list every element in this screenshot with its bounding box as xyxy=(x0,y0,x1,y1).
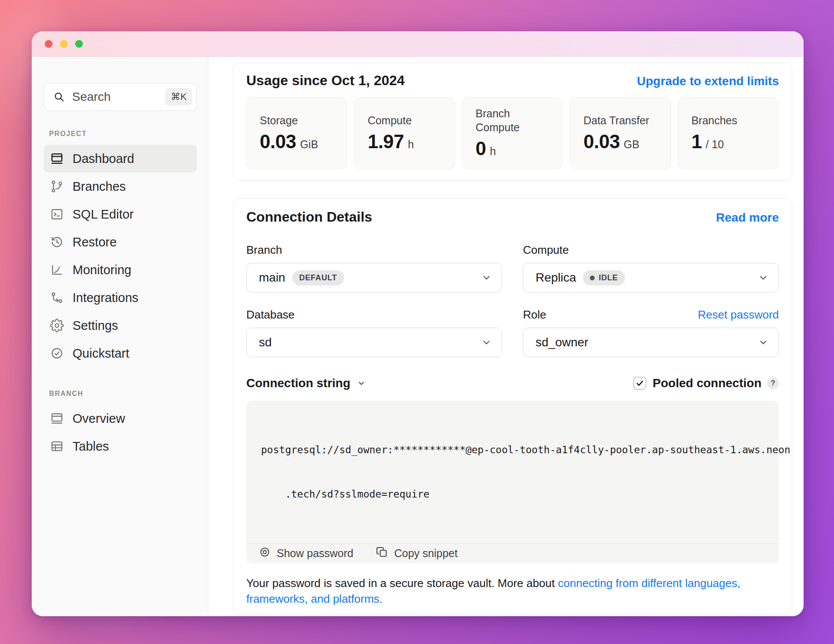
sidebar-item-label: Restore xyxy=(73,235,117,249)
stat-value: 0 xyxy=(476,138,486,159)
connection-details-title: Connection Details xyxy=(246,209,372,225)
eye-icon xyxy=(258,546,271,561)
tables-icon xyxy=(50,439,64,453)
stat-label: Branch Compute xyxy=(476,107,541,134)
app-window: Search ⌘K PROJECT Dashboard xyxy=(32,31,804,616)
role-field: Role Reset password sd_owner xyxy=(523,308,779,357)
stat-label: Branches xyxy=(692,114,774,127)
sidebar-item-restore[interactable]: Restore xyxy=(44,228,197,256)
copy-icon xyxy=(376,546,388,561)
search-icon xyxy=(53,91,65,103)
sidebar-item-label: SQL Editor xyxy=(73,207,134,222)
sidebar-item-monitoring[interactable]: Monitoring xyxy=(44,256,197,284)
close-window-button[interactable] xyxy=(45,40,53,48)
pooled-connection-checkbox[interactable] xyxy=(633,377,646,390)
sql-editor-icon xyxy=(50,207,64,221)
role-label: Role xyxy=(523,308,546,322)
code-line-1: postgresql://sd_owner:************@ep-co… xyxy=(261,442,764,457)
stat-unit: h xyxy=(490,145,496,158)
stat-card-data-transfer: Data Transfer 0.03 GB xyxy=(570,97,671,169)
stat-unit: h xyxy=(408,138,414,151)
sidebar-item-label: Monitoring xyxy=(73,263,131,277)
copy-snippet-button[interactable]: Copy snippet xyxy=(376,546,457,561)
connection-string-toggle[interactable]: Connection string xyxy=(246,376,366,390)
stat-value: 0.03 xyxy=(260,131,296,153)
chevron-down-icon xyxy=(758,337,769,348)
database-select[interactable]: sd xyxy=(246,328,502,357)
dashboard-icon xyxy=(50,152,64,166)
connection-details-card: Connection Details Read more Branch main… xyxy=(233,198,792,615)
stat-value: 1 xyxy=(692,131,702,153)
sidebar-section-project: PROJECT xyxy=(49,130,197,138)
sidebar-item-settings[interactable]: Settings xyxy=(44,312,197,339)
search-input[interactable]: Search ⌘K xyxy=(44,83,197,111)
help-icon[interactable]: ? xyxy=(767,378,779,389)
note-text: Your password is saved in a secure stora… xyxy=(246,577,555,590)
read-more-link[interactable]: Read more xyxy=(716,211,779,225)
stat-unit: GiB xyxy=(300,138,318,151)
restore-icon xyxy=(50,235,64,249)
branch-field: Branch main DEFAULT xyxy=(246,243,502,292)
reset-password-link[interactable]: Reset password xyxy=(698,308,779,322)
idle-status-badge: IDLE xyxy=(583,270,625,285)
branch-value: main xyxy=(259,271,285,285)
usage-card: Usage since Oct 1, 2024 Upgrade to exten… xyxy=(233,63,792,181)
sidebar-item-dashboard[interactable]: Dashboard xyxy=(44,145,197,173)
database-field: Database sd xyxy=(246,308,502,357)
stat-label: Storage xyxy=(260,114,342,127)
chevron-down-icon xyxy=(357,378,366,388)
overview-icon xyxy=(50,412,64,425)
compute-select[interactable]: Replica IDLE xyxy=(523,263,779,292)
code-line-2: .tech/sd?sslmode=require xyxy=(261,487,764,501)
upgrade-limits-link[interactable]: Upgrade to extend limits xyxy=(637,74,779,88)
chevron-down-icon xyxy=(481,337,492,348)
sidebar-section-branch: BRANCH xyxy=(49,390,197,398)
sidebar-item-sql-editor[interactable]: SQL Editor xyxy=(44,200,197,228)
keyboard-shortcut-badge: ⌘K xyxy=(165,88,192,106)
branch-select[interactable]: main DEFAULT xyxy=(246,263,502,292)
database-label: Database xyxy=(246,308,295,322)
stat-unit: / 10 xyxy=(706,138,724,151)
role-select[interactable]: sd_owner xyxy=(523,328,779,357)
sidebar-item-overview[interactable]: Overview xyxy=(44,405,197,432)
usage-title: Usage since Oct 1, 2024 xyxy=(246,73,405,89)
pooled-connection-label: Pooled connection xyxy=(653,376,761,390)
minimize-window-button[interactable] xyxy=(60,40,68,48)
default-badge: DEFAULT xyxy=(292,270,344,285)
maximize-window-button[interactable] xyxy=(75,40,83,48)
integrations-icon xyxy=(50,291,64,305)
stat-card-branch-compute: Branch Compute 0 h xyxy=(462,97,563,169)
sidebar-item-label: Tables xyxy=(73,439,109,454)
branch-label: Branch xyxy=(246,243,282,257)
password-vault-note: Your password is saved in a secure stora… xyxy=(246,575,779,607)
sidebar-item-branches[interactable]: Branches xyxy=(44,173,197,200)
window-titlebar xyxy=(32,31,804,57)
check-circle-icon xyxy=(50,346,64,360)
sidebar-item-label: Overview xyxy=(73,412,125,426)
stat-value: 1.97 xyxy=(367,131,404,153)
monitoring-icon xyxy=(50,263,64,277)
role-value: sd_owner xyxy=(536,335,588,349)
stat-label: Data Transfer xyxy=(583,114,666,127)
main-content: Usage since Oct 1, 2024 Upgrade to exten… xyxy=(208,57,804,616)
sidebar-item-label: Integrations xyxy=(73,291,139,305)
chevron-down-icon xyxy=(481,272,492,283)
sidebar-item-tables[interactable]: Tables xyxy=(44,432,197,460)
database-value: sd xyxy=(259,335,272,349)
pooled-connection-control: Pooled connection ? xyxy=(633,376,779,390)
show-password-button[interactable]: Show password xyxy=(258,546,353,561)
compute-field: Compute Replica IDLE xyxy=(523,243,779,292)
sidebar-item-label: Quickstart xyxy=(73,346,129,361)
search-placeholder: Search xyxy=(72,90,159,104)
sidebar: Search ⌘K PROJECT Dashboard xyxy=(32,57,208,616)
stat-unit: GB xyxy=(624,138,639,151)
compute-value: Replica xyxy=(536,271,576,285)
stat-card-compute: Compute 1.97 h xyxy=(354,97,455,169)
sidebar-item-label: Settings xyxy=(73,319,118,333)
connection-string-box: postgresql://sd_owner:************@ep-co… xyxy=(246,401,779,563)
sidebar-item-quickstart[interactable]: Quickstart xyxy=(44,339,197,367)
stat-card-branches: Branches 1 / 10 xyxy=(678,97,779,169)
sidebar-item-integrations[interactable]: Integrations xyxy=(44,284,197,312)
code-actions-bar: Show password Copy snippet xyxy=(246,543,779,563)
sidebar-item-label: Dashboard xyxy=(73,152,134,166)
